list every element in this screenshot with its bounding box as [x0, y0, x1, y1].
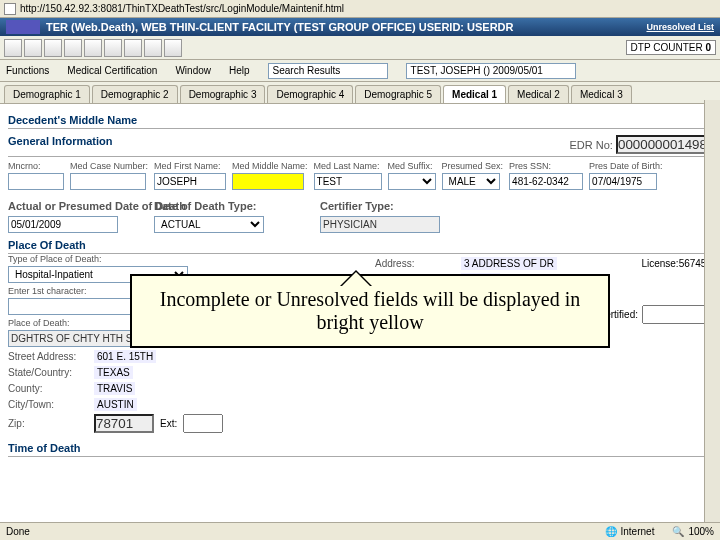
menu-medical-cert[interactable]: Medical Certification [67, 65, 157, 76]
date-certified-field[interactable] [642, 305, 712, 324]
pod-zip-field [94, 414, 154, 433]
form-pane: Decedent's Middle Name General Informati… [0, 104, 720, 522]
edr-no-field [616, 135, 712, 154]
middle-name-field[interactable] [232, 173, 304, 190]
cert-address: 3 ADDRESS OF DR [461, 257, 557, 270]
pod-county: TRAVIS [94, 382, 135, 395]
menu-help[interactable]: Help [229, 65, 250, 76]
globe-icon: 🌐 [605, 526, 617, 537]
icon-toolbar: DTP COUNTER 0 [0, 36, 720, 60]
certifier-type-field [320, 216, 440, 233]
tab-strip: Demographic 1 Demographic 2 Demographic … [0, 82, 720, 104]
dob-field[interactable] [589, 173, 657, 190]
zoom-icon: 🔍 [672, 526, 684, 537]
medcase-field[interactable] [70, 173, 146, 190]
tab-medical-1[interactable]: Medical 1 [443, 85, 506, 103]
pod-zip-ext-field[interactable] [183, 414, 223, 433]
pod-city: AUSTIN [94, 398, 137, 411]
grid-icon[interactable] [144, 39, 162, 57]
pod-state: TEXAS [94, 366, 133, 379]
sex-field[interactable]: MALE [442, 173, 500, 190]
section-place-of-death: Place Of Death [8, 237, 712, 254]
mncrno-field[interactable] [8, 173, 64, 190]
print-icon[interactable] [64, 39, 82, 57]
first-name-field[interactable] [154, 173, 226, 190]
tab-medical-3[interactable]: Medical 3 [571, 85, 632, 103]
help-icon[interactable] [164, 39, 182, 57]
status-zone: Internet [621, 526, 655, 537]
tab-medical-2[interactable]: Medical 2 [508, 85, 569, 103]
status-done: Done [6, 526, 30, 537]
browser-status-bar: Done 🌐 Internet 🔍 100% [0, 522, 720, 540]
search-results-dropdown[interactable]: Search Results [268, 63, 388, 79]
dtp-counter: DTP COUNTER 0 [626, 40, 716, 55]
menu-window[interactable]: Window [175, 65, 211, 76]
dod-field[interactable] [8, 216, 118, 233]
form-icon[interactable] [124, 39, 142, 57]
last-name-field[interactable] [314, 173, 382, 190]
app-title-bar: TER (Web.Death), WEB THIN-CLIENT FACILIT… [0, 18, 720, 36]
section-time-of-death: Time of Death [8, 440, 712, 457]
refresh-icon[interactable] [104, 39, 122, 57]
dod-type-field[interactable]: ACTUAL [154, 216, 264, 233]
new-icon[interactable] [4, 39, 22, 57]
open-icon[interactable] [24, 39, 42, 57]
menu-bar: Functions Medical Certification Window H… [0, 60, 720, 82]
tab-demographic-1[interactable]: Demographic 1 [4, 85, 90, 103]
save-icon[interactable] [44, 39, 62, 57]
vertical-scrollbar[interactable] [704, 100, 720, 522]
section-middle-name: Decedent's Middle Name [8, 112, 712, 129]
suffix-field[interactable] [388, 173, 436, 190]
url-text: http://150.42.92.3:8081/ThinTXDeathTest/… [20, 3, 344, 14]
general-info-row: Mncrno: Med Case Number: Med First Name:… [8, 161, 712, 190]
callout-highlight-note: Incomplete or Unresolved fields will be … [130, 274, 610, 348]
record-dropdown[interactable]: TEST, JOSEPH () 2009/05/01 [406, 63, 576, 79]
tab-demographic-4[interactable]: Demographic 4 [267, 85, 353, 103]
tab-demographic-5[interactable]: Demographic 5 [355, 85, 441, 103]
tab-demographic-3[interactable]: Demographic 3 [180, 85, 266, 103]
menu-functions[interactable]: Functions [6, 65, 49, 76]
tab-demographic-2[interactable]: Demographic 2 [92, 85, 178, 103]
app-title: TER (Web.Death), WEB THIN-CLIENT FACILIT… [46, 21, 646, 33]
ie-icon [4, 3, 16, 15]
pod-street: 601 E. 15TH [94, 350, 156, 363]
unresolved-list-link[interactable]: Unresolved List [646, 22, 714, 32]
genesis-logo-icon [6, 20, 40, 34]
status-zoom: 100% [688, 526, 714, 537]
ssn-field[interactable] [509, 173, 583, 190]
browser-address-bar: http://150.42.92.3:8081/ThinTXDeathTest/… [0, 0, 720, 18]
section-general-info: General Information EDR No: [8, 133, 712, 157]
search-icon[interactable] [84, 39, 102, 57]
